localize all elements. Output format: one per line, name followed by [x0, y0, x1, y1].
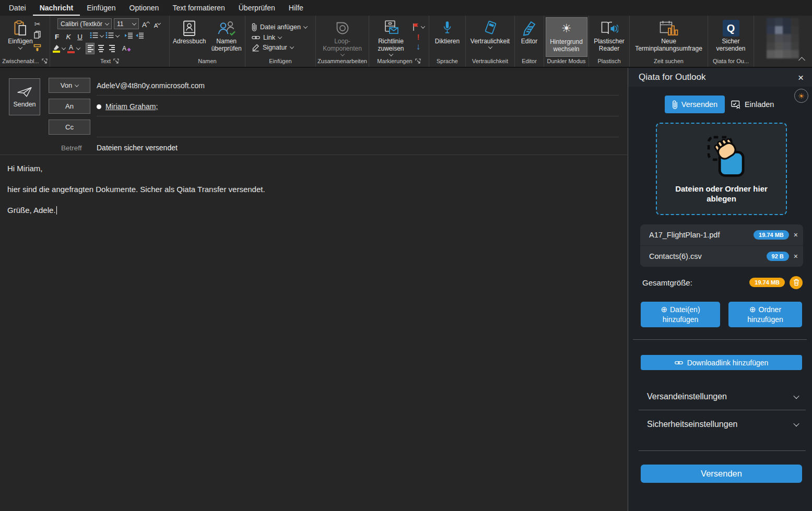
presence-dot-icon: [97, 104, 101, 109]
add-files-button[interactable]: ⊕Datei(en) hinzufügen: [641, 302, 720, 327]
format-painter-icon[interactable]: [33, 44, 41, 54]
section-sicherheitseinstellungen[interactable]: Sicherheitseinstellungen: [647, 417, 798, 432]
italic-button[interactable]: K: [64, 31, 73, 41]
grow-font-caret-icon: [146, 21, 150, 25]
align-right-button[interactable]: [108, 43, 116, 54]
menu-text-formatieren[interactable]: Text formatieren: [166, 0, 231, 16]
link-button[interactable]: Link: [250, 33, 284, 42]
scheduling-poll-icon: [660, 19, 678, 38]
menu-datei[interactable]: Datei: [2, 0, 33, 16]
immersive-reader-icon: [601, 19, 618, 38]
font-size-select[interactable]: 11: [114, 18, 139, 29]
microphone-icon: [443, 19, 451, 38]
signature-button[interactable]: Signatur: [250, 43, 296, 52]
remove-file-icon[interactable]: ×: [794, 231, 798, 239]
grow-font-button[interactable]: A: [141, 19, 150, 29]
attached-files-card: A17_FlightPlan-1.pdf 19.74 MB × Contacts…: [640, 224, 803, 267]
immersive-reader-button[interactable]: Plastischer Reader: [590, 17, 628, 57]
clipboard-dialog-launcher-icon[interactable]: [42, 58, 48, 64]
remove-file-icon[interactable]: ×: [794, 252, 798, 260]
paste-button[interactable]: Einfügen: [8, 17, 32, 57]
file-name: A17_FlightPlan-1.pdf: [649, 231, 754, 239]
editor-pencil-icon: [521, 19, 537, 38]
group-label-include: Einfügen: [269, 58, 291, 64]
panel-close-icon[interactable]: ×: [798, 73, 804, 82]
menu-bar: Datei Nachricht Einfügen Optionen Text f…: [0, 0, 812, 16]
section-versandeinstellungen[interactable]: Versandeinstellungen: [647, 389, 798, 405]
low-importance-icon[interactable]: ↓: [416, 43, 421, 51]
text-dialog-launcher-icon[interactable]: [113, 58, 119, 64]
secure-send-button[interactable]: Q Sicher versenden: [709, 17, 752, 57]
add-folder-button[interactable]: ⊕Ordner hinzufügen: [728, 302, 802, 327]
font-color-button[interactable]: A: [67, 44, 75, 53]
flag-button[interactable]: [413, 23, 425, 31]
dictate-button[interactable]: Diktieren: [433, 17, 462, 57]
bullet-list-chevron-icon[interactable]: [100, 33, 104, 37]
ribbon: Einfügen ✂ Zwischenabl... Calibri (: [0, 16, 812, 68]
panel-theme-toggle[interactable]: ☀: [794, 89, 808, 103]
check-names-button[interactable]: Namen überprüfen: [209, 17, 244, 57]
tab-einladen[interactable]: Einladen: [731, 99, 774, 110]
bullet-list-icon[interactable]: [90, 31, 98, 41]
align-left-button[interactable]: [86, 43, 95, 54]
ribbon-group-tags: Richtlinie zuweisen ! ↓ Markierungen: [369, 16, 429, 67]
flag-icon: [413, 23, 419, 31]
cc-button[interactable]: Cc: [49, 120, 90, 135]
menu-ueberpruefen[interactable]: Überprüfen: [232, 0, 282, 16]
file-row: Contacts(6).csv 92 B ×: [640, 245, 803, 266]
panel-title: Qiata for Outlook: [639, 72, 798, 82]
file-dropzone[interactable]: Dateien oder Ordner hier ablegen: [656, 123, 787, 215]
increase-indent-icon[interactable]: [135, 31, 144, 41]
menu-hilfe[interactable]: Hilfe: [282, 0, 310, 16]
assign-policy-button[interactable]: Richtlinie zuweisen: [374, 17, 408, 57]
new-scheduling-poll-button[interactable]: Neue Terminplanungsumfrage: [631, 17, 707, 57]
send-button[interactable]: Senden: [9, 78, 40, 115]
align-center-button[interactable]: [97, 43, 105, 54]
add-download-link-button[interactable]: Downloadlink hinzufügen: [641, 355, 802, 370]
highlight-color-bar: [53, 51, 60, 53]
to-button[interactable]: An: [49, 99, 90, 114]
address-book-button[interactable]: Adressbuch: [171, 17, 208, 57]
message-body[interactable]: Hi Miriam, hier sind die angefragten Dok…: [7, 164, 617, 227]
from-value[interactable]: AdeleV@4t8n0y.onmicrosoft.com: [97, 81, 205, 90]
panel-send-button[interactable]: Versenden: [641, 465, 802, 483]
subject-value[interactable]: Dateien sicher versendet: [97, 144, 178, 152]
numbered-list-chevron-icon[interactable]: [115, 33, 120, 37]
sensitivity-button[interactable]: Vertraulichkeit: [468, 17, 512, 57]
shrink-font-button[interactable]: A: [152, 19, 162, 29]
underline-button[interactable]: U: [75, 31, 85, 41]
from-button[interactable]: Von: [49, 78, 90, 93]
toggle-background-button[interactable]: ☀ Hintergrund wechseln: [546, 17, 587, 57]
ribbon-group-speech: Diktieren Sprache: [429, 16, 466, 67]
high-importance-icon[interactable]: !: [417, 33, 420, 40]
highlight-color-button[interactable]: [52, 44, 60, 53]
copy-icon[interactable]: [34, 31, 41, 41]
font-color-chevron-icon[interactable]: [76, 45, 80, 50]
group-label-editor: Editor: [522, 58, 537, 64]
check-names-icon: [217, 19, 236, 38]
group-label-tags: Markierungen: [377, 58, 412, 64]
clear-formatting-button[interactable]: A: [122, 45, 131, 52]
editor-button[interactable]: Editor: [519, 17, 539, 57]
group-label-immersive: Plastisch: [597, 58, 620, 64]
bold-button[interactable]: F: [52, 31, 62, 41]
attach-file-button[interactable]: Datei anfügen: [250, 22, 309, 32]
menu-einfuegen[interactable]: Einfügen: [80, 0, 122, 16]
paste-dropdown-chevron-icon[interactable]: [18, 45, 22, 49]
compose-area: Senden Von AdeleV@4t8n0y.onmicrosoft.com…: [0, 69, 627, 511]
to-value[interactable]: Miriam Graham;: [97, 102, 158, 111]
clear-all-files-button[interactable]: [790, 276, 803, 289]
font-name-select[interactable]: Calibri (Textkör: [57, 18, 112, 29]
from-chevron-icon: [75, 82, 79, 87]
chevron-down-icon: [793, 393, 799, 399]
loop-components-button: Loop-Komponenten: [317, 17, 368, 57]
highlight-chevron-icon[interactable]: [62, 45, 66, 50]
numbered-list-icon[interactable]: [105, 31, 114, 41]
address-book-icon: [183, 19, 196, 38]
cut-icon[interactable]: ✂: [34, 21, 41, 28]
menu-nachricht[interactable]: Nachricht: [33, 0, 80, 16]
tags-dialog-launcher-icon[interactable]: [415, 58, 421, 64]
decrease-indent-icon[interactable]: [124, 31, 133, 41]
tab-versenden[interactable]: Versenden: [665, 96, 725, 113]
menu-optionen[interactable]: Optionen: [123, 0, 166, 16]
